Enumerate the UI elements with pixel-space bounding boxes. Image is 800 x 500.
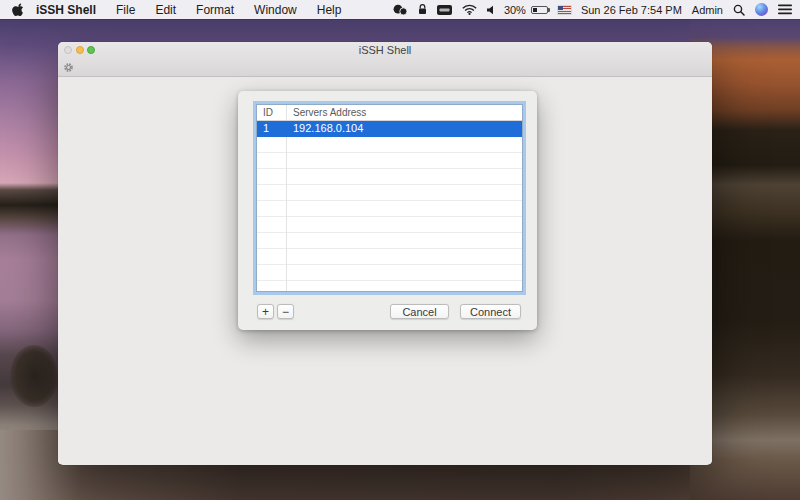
- table-row-empty[interactable]: [257, 249, 522, 265]
- battery-percent-label: 30%: [504, 4, 526, 16]
- table-row-empty[interactable]: [257, 217, 522, 233]
- remove-server-button[interactable]: −: [277, 304, 294, 319]
- cell-id: 1: [257, 121, 286, 137]
- table-row-empty[interactable]: [257, 201, 522, 217]
- status-area: 30% Sun 26 Feb 7:54 PM Admin: [393, 3, 792, 16]
- menu-item-app[interactable]: iSSH Shell: [26, 3, 106, 17]
- us-flag-icon[interactable]: [558, 6, 571, 14]
- menu-item-window[interactable]: Window: [244, 3, 307, 17]
- table-row-empty[interactable]: [257, 233, 522, 249]
- wifi-icon[interactable]: [462, 4, 477, 15]
- table-row-empty[interactable]: [257, 281, 522, 292]
- table-body: 1 192.168.0.104: [257, 121, 522, 292]
- servers-dialog: ID Servers Address 1 192.168.0.104 + − C…: [238, 91, 537, 330]
- window-title: iSSH Shell: [359, 44, 412, 56]
- table-row-empty[interactable]: [257, 265, 522, 281]
- table-empty-rows: [257, 137, 522, 292]
- table-row-empty[interactable]: [257, 169, 522, 185]
- add-server-button[interactable]: +: [257, 304, 274, 319]
- battery-status[interactable]: 30%: [504, 4, 548, 16]
- window-titlebar[interactable]: iSSH Shell: [58, 42, 712, 58]
- minimize-button[interactable]: [76, 46, 84, 54]
- menu-left: iSSH Shell File Edit Format Window Help: [12, 3, 351, 17]
- traffic-lights: [64, 46, 95, 54]
- window-toolbar: [58, 58, 712, 77]
- siri-icon[interactable]: [755, 3, 768, 16]
- app-window: iSSH Shell ID Servers Address 1 192.168.…: [58, 42, 712, 465]
- spotlight-icon[interactable]: [733, 4, 745, 16]
- cell-address: 192.168.0.104: [286, 121, 363, 137]
- menu-item-file[interactable]: File: [106, 3, 145, 17]
- server-table[interactable]: ID Servers Address 1 192.168.0.104: [256, 104, 523, 292]
- keypad-icon[interactable]: [437, 5, 452, 15]
- apple-menu[interactable]: [12, 3, 24, 17]
- table-header: ID Servers Address: [257, 105, 522, 121]
- column-header-id[interactable]: ID: [257, 105, 286, 120]
- connect-button[interactable]: Connect: [460, 304, 521, 319]
- notification-center-icon[interactable]: [778, 4, 792, 15]
- table-row-empty[interactable]: [257, 137, 522, 153]
- battery-icon: [531, 6, 548, 14]
- cancel-button[interactable]: Cancel: [390, 304, 449, 319]
- menu-item-edit[interactable]: Edit: [145, 3, 186, 17]
- close-button[interactable]: [64, 46, 72, 54]
- menu-item-help[interactable]: Help: [307, 3, 352, 17]
- menubar-clock[interactable]: Sun 26 Feb 7:54 PM: [581, 4, 682, 16]
- user-menu[interactable]: Admin: [692, 4, 723, 16]
- menu-bar: iSSH Shell File Edit Format Window Help …: [0, 0, 800, 19]
- menu-item-format[interactable]: Format: [186, 3, 244, 17]
- lock-icon[interactable]: [418, 4, 427, 15]
- gear-icon[interactable]: [63, 62, 74, 73]
- table-row-empty[interactable]: [257, 185, 522, 201]
- column-header-address[interactable]: Servers Address: [286, 105, 366, 120]
- window-content: ID Servers Address 1 192.168.0.104 + − C…: [58, 77, 712, 464]
- table-row-empty[interactable]: [257, 153, 522, 169]
- app-circles-icon[interactable]: [393, 4, 408, 16]
- wallpaper-rock: [10, 345, 58, 407]
- table-row-selected[interactable]: 1 192.168.0.104: [257, 121, 522, 137]
- apple-icon: [12, 3, 24, 17]
- volume-icon[interactable]: [487, 5, 494, 15]
- zoom-button[interactable]: [87, 46, 95, 54]
